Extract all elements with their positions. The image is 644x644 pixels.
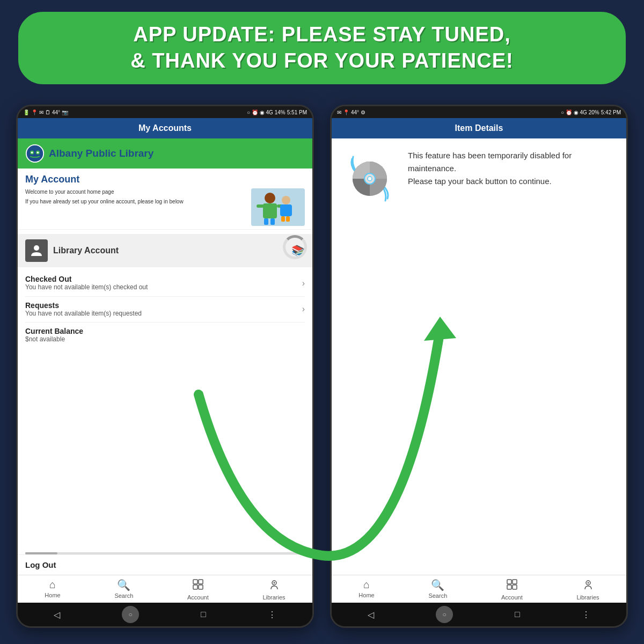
library-account-row[interactable]: Library Account 📚 bbox=[18, 234, 312, 267]
checked-out-item[interactable]: Checked Out You have not available item(… bbox=[25, 270, 305, 297]
app-bar-left: My Accounts bbox=[18, 118, 312, 138]
account-icon bbox=[192, 579, 204, 593]
nav-account-left[interactable]: Account bbox=[187, 579, 209, 601]
svg-rect-18 bbox=[199, 580, 203, 584]
account-section: My Account Welcome to your account home … bbox=[18, 169, 312, 230]
svg-point-16 bbox=[34, 245, 39, 251]
nav-home-left[interactable]: ⌂ Home bbox=[45, 579, 60, 601]
header-banner: APP UPDATE: PLEASE STAY TUNED, & THANK Y… bbox=[16, 10, 628, 86]
svg-rect-29 bbox=[513, 585, 517, 589]
home-button-right[interactable]: ○ bbox=[436, 606, 453, 623]
cd-animation bbox=[340, 149, 399, 208]
checked-out-arrow-icon: › bbox=[302, 279, 305, 288]
status-bar-right: ✉ 📍 44° ⚙ ○ ⏰ ◉ 4G 20% 5:42 PM bbox=[332, 106, 626, 118]
welcome-text-block: Welcome to your account home page If you… bbox=[25, 188, 246, 206]
people-illustration bbox=[251, 188, 305, 226]
svg-point-0 bbox=[26, 145, 43, 162]
svg-point-3 bbox=[31, 151, 33, 153]
svg-point-31 bbox=[587, 582, 589, 584]
phone-right: ✉ 📍 44° ⚙ ○ ⏰ ◉ 4G 20% 5:42 PM Item Deta… bbox=[330, 105, 628, 628]
lib-account-user-icon bbox=[25, 239, 48, 262]
log-out-button[interactable]: Log Out bbox=[18, 554, 312, 575]
home-icon: ⌂ bbox=[49, 579, 56, 591]
status-right-right-phone: ○ ⏰ ◉ 4G 20% 5:42 PM bbox=[561, 109, 621, 115]
phone-screen-left: Albany Public Library My Account Welcome… bbox=[18, 138, 312, 603]
phone-left: 🔋 📍 ✉ 🗒 44° 📷 ○ ⏰ ◉ 4G 14% 5:51 PM My Ac… bbox=[16, 105, 314, 628]
back-button-left[interactable]: ◁ bbox=[54, 610, 60, 620]
app-bar-right: Item Details bbox=[332, 118, 626, 138]
libraries-icon-right bbox=[582, 579, 594, 593]
maintenance-content: This feature has been temporarily disabl… bbox=[340, 149, 618, 564]
svg-point-12 bbox=[282, 196, 290, 204]
svg-rect-10 bbox=[257, 204, 264, 208]
status-right-left: ○ ⏰ ◉ 4G 14% 5:51 PM bbox=[247, 109, 307, 115]
lib-account-label: Library Account bbox=[53, 246, 286, 255]
home-button-left[interactable]: ○ bbox=[122, 606, 139, 623]
svg-point-6 bbox=[265, 193, 275, 203]
maintenance-message: This feature has been temporarily disabl… bbox=[408, 149, 618, 188]
account-items: Checked Out You have not available item(… bbox=[18, 267, 312, 552]
nav-libraries-left[interactable]: Libraries bbox=[262, 579, 285, 601]
nav-search-right[interactable]: 🔍 Search bbox=[428, 579, 447, 601]
android-nav-left: ◁ ○ □ ⋮ bbox=[18, 603, 312, 626]
account-welcome-area: Welcome to your account home page If you… bbox=[25, 188, 305, 226]
requests-item[interactable]: Requests You have not available item(s) … bbox=[25, 297, 305, 323]
phone-screen-right: This feature has been temporarily disabl… bbox=[332, 138, 626, 603]
status-bar-left: 🔋 📍 ✉ 🗒 44° 📷 ○ ⏰ ◉ 4G 14% 5:51 PM bbox=[18, 106, 312, 118]
nav-home-right[interactable]: ⌂ Home bbox=[358, 579, 374, 601]
welcome-text: Welcome to your account home page If you… bbox=[25, 188, 246, 206]
library-logo-icon bbox=[25, 144, 45, 163]
nav-libraries-right[interactable]: Libraries bbox=[576, 579, 599, 601]
svg-rect-20 bbox=[199, 585, 203, 589]
account-icon-right bbox=[506, 579, 518, 593]
svg-point-25 bbox=[368, 177, 372, 181]
status-left-right-phone: ✉ 📍 44° ⚙ bbox=[337, 109, 365, 115]
loading-spinner bbox=[283, 235, 307, 259]
back-button-right[interactable]: ◁ bbox=[368, 610, 374, 620]
svg-rect-19 bbox=[193, 585, 197, 589]
svg-point-4 bbox=[37, 151, 39, 153]
recents-button-left[interactable]: □ bbox=[201, 610, 206, 619]
svg-rect-15 bbox=[286, 216, 290, 222]
nav-search-left[interactable]: 🔍 Search bbox=[114, 579, 133, 601]
library-header: Albany Public Library bbox=[18, 138, 312, 169]
android-nav-right: ◁ ○ □ ⋮ bbox=[332, 603, 626, 626]
svg-rect-14 bbox=[281, 216, 285, 222]
libraries-icon bbox=[268, 579, 280, 593]
item-details-content: This feature has been temporarily disabl… bbox=[332, 138, 626, 575]
recents-button-right[interactable]: □ bbox=[515, 610, 520, 619]
menu-button-right[interactable]: ⋮ bbox=[582, 610, 590, 620]
home-icon-right: ⌂ bbox=[363, 579, 370, 591]
svg-rect-13 bbox=[280, 204, 292, 216]
nav-account-right[interactable]: Account bbox=[501, 579, 523, 601]
svg-rect-26 bbox=[507, 580, 511, 584]
svg-rect-7 bbox=[263, 203, 277, 218]
library-name: Albany Public Library bbox=[49, 148, 153, 159]
search-icon-right: 🔍 bbox=[431, 579, 444, 591]
status-left-icons: 🔋 📍 ✉ 🗒 44° 📷 bbox=[23, 109, 68, 115]
requests-arrow-icon: › bbox=[302, 304, 305, 314]
svg-point-22 bbox=[273, 582, 275, 584]
svg-rect-17 bbox=[193, 580, 197, 584]
menu-button-left[interactable]: ⋮ bbox=[268, 610, 276, 620]
svg-rect-28 bbox=[507, 585, 511, 589]
my-account-title: My Account bbox=[25, 174, 305, 185]
account-image bbox=[251, 188, 305, 226]
svg-rect-9 bbox=[270, 218, 275, 225]
header-text: APP UPDATE: PLEASE STAY TUNED, & THANK Y… bbox=[40, 21, 604, 75]
phones-container: 🔋 📍 ✉ 🗒 44° 📷 ○ ⏰ ◉ 4G 14% 5:51 PM My Ac… bbox=[16, 105, 628, 628]
svg-rect-8 bbox=[264, 218, 268, 225]
bottom-nav-left: ⌂ Home 🔍 Search bbox=[18, 575, 312, 603]
current-balance-item: Current Balance $not available bbox=[25, 323, 305, 348]
svg-rect-27 bbox=[513, 580, 517, 584]
search-icon: 🔍 bbox=[117, 579, 130, 591]
bottom-nav-right: ⌂ Home 🔍 Search bbox=[332, 575, 626, 603]
